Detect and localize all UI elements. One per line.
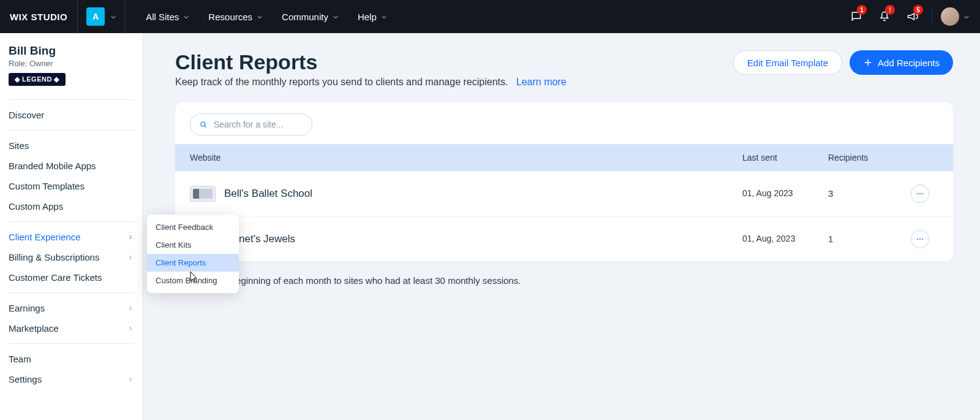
chat-badge: 1 [857,5,867,15]
table-row[interactable]: Bell's Ballet School 01, Aug 2023 3 [175,171,953,216]
sidebar-item-label: Customer Care Tickets [9,272,102,283]
sidebar-item-custom-templates[interactable]: Custom Templates [0,176,143,196]
row-more-button[interactable] [911,230,929,248]
th-recipients: Recipients [828,153,902,162]
site-selector[interactable]: A [77,0,125,33]
account-block: Bill Bing Role: Owner ◆ LEGEND ◆ [0,44,143,94]
submenu-item-client-kits[interactable]: Client Kits [147,236,239,254]
last-sent-cell: 01, Aug 2023 [742,188,828,199]
recipients-cell: 3 [828,188,902,199]
sidebar-item-billing[interactable]: Billing & Subscriptions [0,247,143,267]
svg-point-0 [201,122,205,126]
chevron-right-icon [127,234,134,241]
sidebar-item-label: Billing & Subscriptions [9,252,99,262]
submenu-item-client-reports[interactable]: Client Reports [147,254,239,272]
add-recipients-label: Add Recipients [878,58,940,68]
row-more-button[interactable] [911,185,929,203]
chevron-down-icon [183,13,189,20]
divider [9,130,134,131]
chat-icon[interactable]: 1 [842,0,870,33]
sidebar-item-label: Branded Mobile Apps [9,161,96,171]
announce-badge: 5 [913,5,923,15]
svg-point-5 [919,238,921,239]
add-recipients-button[interactable]: Add Recipients [850,50,953,75]
avatar [941,7,959,26]
chevron-down-icon [963,13,969,20]
sidebar-item-sites[interactable]: Sites [0,136,143,156]
sidebar-item-client-experience[interactable]: Client Experience [0,227,143,247]
svg-point-3 [922,193,923,194]
account-role: Role: Owner [9,59,134,68]
sidebar-item-team[interactable]: Team [0,349,143,369]
chevron-right-icon [127,376,134,383]
bell-icon[interactable]: ! [870,0,899,33]
nav-all-sites[interactable]: All Sites [136,0,198,33]
chevron-right-icon [127,254,134,261]
divider [9,292,134,293]
divider [9,221,134,222]
client-experience-submenu: Client Feedback Client Kits Client Repor… [147,215,239,293]
account-name: Bill Bing [9,44,134,58]
sidebar-item-care-tickets[interactable]: Customer Care Tickets [0,267,143,288]
submenu-item-client-feedback[interactable]: Client Feedback [147,218,239,236]
search-input-wrap[interactable] [190,113,312,136]
sidebar-item-label: Custom Apps [9,201,63,212]
svg-point-6 [922,238,923,239]
sidebar-item-label: Discover [9,110,44,120]
chevron-right-icon [127,305,134,312]
last-sent-cell: 01, Aug, 2023 [742,233,828,244]
nav-community[interactable]: Community [272,0,348,33]
sidebar-item-label: Settings [9,374,42,384]
footnote: e sent at the beginning of each month to… [175,275,953,286]
sidebar-item-branded-mobile[interactable]: Branded Mobile Apps [0,156,143,176]
nav-help[interactable]: Help [348,0,396,33]
site-name: net's Jewels [239,233,295,245]
more-horizontal-icon [916,189,924,198]
plus-icon [863,58,873,67]
table-row[interactable]: net's Jewels 01, Aug, 2023 1 [175,216,953,262]
search-icon [199,120,208,129]
sidebar-item-label: Marketplace [9,323,59,334]
sidebar-item-settings[interactable]: Settings [0,369,143,389]
sidebar-item-label: Client Experience [9,232,81,242]
sidebar-item-marketplace[interactable]: Marketplace [0,318,143,338]
sidebar-item-label: Team [9,354,31,364]
page-title: Client Reports [175,50,567,74]
nav-resources[interactable]: Resources [198,0,272,33]
chevron-down-icon [256,13,262,20]
top-nav: All Sites Resources Community Help [125,0,396,33]
sidebar-item-custom-apps[interactable]: Custom Apps [0,196,143,216]
brand-logo: WIX STUDIO [0,0,77,33]
chevron-down-icon [332,13,338,20]
svg-point-1 [917,193,918,194]
svg-point-4 [917,238,918,239]
table-header: Website Last sent Recipients [175,144,953,171]
site-thumbnail [190,186,216,202]
more-horizontal-icon [916,235,924,243]
account-menu[interactable] [937,7,980,26]
sidebar: Bill Bing Role: Owner ◆ LEGEND ◆ Discove… [0,33,143,420]
nav-label: Help [358,12,377,22]
submenu-item-custom-branding[interactable]: Custom Branding [147,272,239,289]
sidebar-item-discover[interactable]: Discover [0,105,143,125]
sidebar-item-label: Sites [9,140,29,151]
page-header: Client Reports Keep track of the monthly… [175,50,953,88]
page-subtitle: Keep track of the monthly reports you se… [175,77,567,88]
chevron-down-icon [110,13,116,20]
site-badge: A [86,7,105,26]
main-content: Client Reports Keep track of the monthly… [143,33,980,420]
th-website: Website [190,153,742,162]
nav-label: Resources [208,12,252,22]
svg-point-2 [919,193,921,194]
bell-badge: ! [885,5,895,15]
sidebar-item-label: Custom Templates [9,181,85,191]
th-last-sent: Last sent [742,153,828,162]
reports-panel: Website Last sent Recipients Bell's Ball… [175,102,953,262]
header-actions: Edit Email Template Add Recipients [733,50,953,75]
announce-icon[interactable]: 5 [899,0,927,33]
chevron-down-icon [380,13,386,20]
learn-more-link[interactable]: Learn more [516,77,567,87]
search-input[interactable] [214,120,303,129]
edit-email-template-button[interactable]: Edit Email Template [733,50,842,75]
sidebar-item-earnings[interactable]: Earnings [0,298,143,318]
